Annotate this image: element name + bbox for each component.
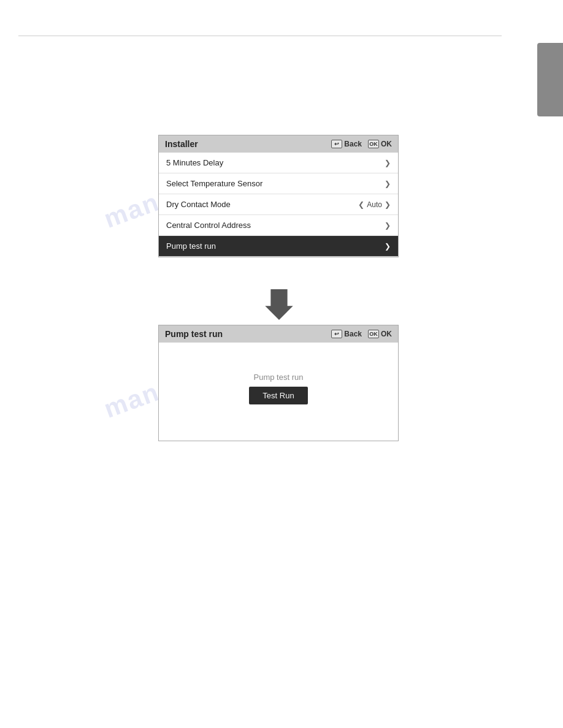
pump-back-label: Back: [344, 330, 362, 338]
chevron-right-icon: ❯: [385, 159, 391, 167]
pump-panel-body: Pump test run Test Run: [159, 343, 398, 441]
pump-ok-label: OK: [381, 330, 392, 338]
chevron-right-icon-4: ❯: [385, 242, 391, 251]
menu-value-5min: ❯: [385, 159, 391, 167]
menu-value-central-control: ❯: [385, 221, 391, 230]
back-button[interactable]: ↩ Back: [331, 140, 362, 148]
pump-back-icon: ↩: [331, 330, 342, 338]
back-icon: ↩: [331, 140, 342, 148]
menu-label-central-control: Central Control Address: [166, 221, 251, 230]
left-chevron-icon: ❮: [358, 200, 364, 209]
menu-label-pump-test-run: Pump test run: [166, 241, 216, 251]
menu-label-temp-sensor: Select Temperature Sensor: [166, 179, 262, 188]
top-divider: [18, 36, 502, 36]
pump-body-label: Pump test run: [254, 373, 304, 382]
installer-panel: Installer ↩ Back OK OK 5 Minutes Delay ❯…: [158, 135, 399, 257]
menu-label-dry-contact: Dry Contact Mode: [166, 200, 231, 209]
ok-label: OK: [381, 140, 392, 148]
menu-item-temp-sensor[interactable]: Select Temperature Sensor ❯: [159, 173, 398, 194]
pump-ok-icon: OK: [368, 330, 379, 338]
installer-panel-header: Installer ↩ Back OK OK: [159, 135, 398, 153]
pump-panel-title: Pump test run: [165, 329, 223, 339]
menu-value-dry-contact: ❮ Auto ❯: [358, 200, 391, 209]
side-tab: [537, 43, 563, 116]
chevron-right-icon-3: ❯: [385, 221, 391, 230]
svg-marker-0: [265, 289, 293, 320]
menu-value-temp-sensor: ❯: [385, 180, 391, 188]
menu-label-5min: 5 Minutes Delay: [166, 158, 223, 167]
menu-item-dry-contact[interactable]: Dry Contact Mode ❮ Auto ❯: [159, 194, 398, 215]
pump-panel-header-controls: ↩ Back OK OK: [331, 330, 392, 338]
chevron-right-icon-2: ❯: [385, 180, 391, 188]
test-run-button[interactable]: Test Run: [249, 387, 307, 404]
ok-button[interactable]: OK OK: [368, 140, 392, 148]
dry-contact-value: Auto: [367, 200, 382, 209]
right-chevron-icon: ❯: [385, 200, 391, 209]
pump-test-run-panel: Pump test run ↩ Back OK OK Pump test run…: [158, 325, 399, 441]
menu-item-5min-delay[interactable]: 5 Minutes Delay ❯: [159, 153, 398, 173]
installer-title: Installer: [165, 139, 198, 149]
menu-item-central-control[interactable]: Central Control Address ❯: [159, 215, 398, 236]
pump-ok-button[interactable]: OK OK: [368, 330, 392, 338]
menu-value-pump-test-run: ❯: [385, 242, 391, 251]
installer-header-controls: ↩ Back OK OK: [331, 140, 392, 148]
ok-icon: OK: [368, 140, 379, 148]
menu-item-pump-test-run[interactable]: Pump test run ❯: [159, 236, 398, 257]
pump-panel-header: Pump test run ↩ Back OK OK: [159, 325, 398, 343]
pump-back-button[interactable]: ↩ Back: [331, 330, 362, 338]
back-label: Back: [344, 140, 362, 148]
